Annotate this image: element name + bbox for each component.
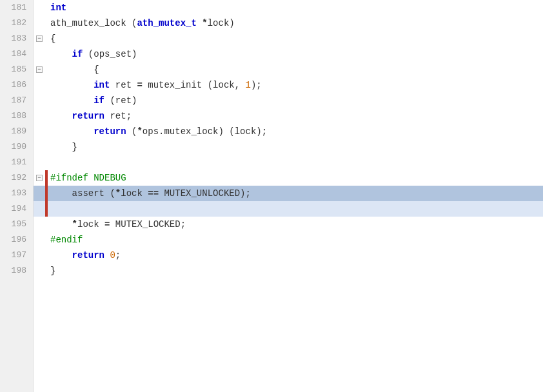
fold-gutter [34, 217, 45, 232]
code-content: #ifndef NDEBUG [48, 170, 126, 186]
code-line: if (ops_set) [34, 46, 543, 62]
fold-gutter [34, 186, 45, 201]
plain-token: mutex_init (lock, [143, 80, 246, 90]
code-content: return (*ops.mutex_lock) (lock); [48, 124, 267, 139]
code-content: *lock = MUTEX_LOCKED; [48, 217, 186, 232]
code-line: return ret; [34, 108, 543, 124]
code-line: int ret = mutex_init (lock, 1); [34, 77, 543, 93]
kw-token: int [50, 3, 66, 13]
line-number: 184 [6, 46, 26, 62]
kw-token: int [94, 80, 110, 90]
code-content: { [48, 31, 55, 46]
plain-token: ( [83, 49, 94, 59]
code-content: #endif [48, 232, 83, 248]
plain-token: ret [110, 80, 137, 90]
plain-token: ) [132, 49, 137, 59]
macro-token: NDEBUG [94, 173, 126, 183]
op-token: = [137, 80, 142, 90]
line-number: 193 [6, 186, 26, 201]
code-editor: 1811821831841851861871881891901911921931… [0, 0, 543, 392]
line-number: 189 [6, 124, 26, 139]
code-content: return ret; [48, 108, 132, 124]
op-token: * [137, 126, 142, 137]
code-content: } [48, 263, 55, 279]
code-content: ath_mutex_lock (ath_mutex_t *lock) [48, 15, 235, 31]
code-line: } [34, 263, 543, 279]
code-body[interactable]: intath_mutex_lock (ath_mutex_t *lock)−{ … [34, 0, 543, 392]
code-content: int [48, 0, 66, 15]
plain-token [50, 95, 94, 106]
fold-gutter [34, 124, 45, 139]
fold-gutter [34, 139, 45, 155]
kw-token: return [72, 111, 104, 121]
fold-gutter[interactable]: − [34, 31, 45, 46]
fold-minus-icon[interactable]: − [36, 35, 43, 42]
code-line: ath_mutex_lock (ath_mutex_t *lock) [34, 15, 543, 31]
code-line [34, 201, 543, 217]
plain-token [197, 18, 202, 28]
fold-gutter [34, 0, 45, 15]
line-number: 190 [6, 139, 26, 155]
code-line: −{ [34, 31, 543, 46]
line-number: 196 [6, 232, 26, 248]
plain-token [88, 173, 94, 183]
op-token: * [202, 18, 207, 28]
plain-token: } [50, 142, 77, 152]
op-token: == [148, 188, 159, 199]
plain-token: ops.mutex_lock) (lock); [143, 126, 267, 137]
fold-minus-icon[interactable]: − [36, 66, 43, 73]
op-token: * [115, 188, 121, 199]
plain-token [50, 219, 72, 230]
code-content: if (ops_set) [48, 46, 137, 62]
plain-token: lock [77, 219, 104, 230]
plain-token: lock) [208, 18, 235, 28]
line-number: 182 [6, 15, 26, 31]
fold-minus-icon[interactable]: − [36, 175, 43, 181]
plain-token: ( [126, 18, 137, 28]
code-line: − { [34, 62, 543, 77]
plain-token: { [50, 34, 55, 44]
macro-token: #ifndef [50, 173, 88, 183]
line-number: 185 [6, 62, 26, 77]
fold-gutter [34, 77, 45, 93]
fold-gutter [34, 248, 45, 263]
line-number: 195 [6, 217, 26, 232]
plain-token: MUTEX_LOCKED; [110, 219, 186, 230]
kw-token: if [94, 95, 104, 106]
code-line [34, 155, 543, 170]
macro-token: #endif [50, 235, 83, 245]
fold-gutter [34, 46, 45, 62]
plain-token: ret; [104, 111, 132, 121]
plain-token: ops_set [94, 49, 132, 59]
code-content: } [48, 139, 77, 155]
kw-token: return [72, 250, 104, 260]
fold-gutter [34, 263, 45, 279]
plain-token: ); [251, 80, 262, 90]
line-number: 186 [6, 77, 26, 93]
fold-gutter [34, 232, 45, 248]
fold-gutter [34, 201, 45, 217]
fold-gutter[interactable]: − [34, 62, 45, 77]
code-line: } [34, 139, 543, 155]
plain-token [50, 250, 72, 260]
line-number: 194 [6, 201, 26, 217]
code-content: if (ret) [48, 93, 137, 108]
code-line: if (ret) [34, 93, 543, 108]
line-number: 192 [6, 170, 26, 186]
code-content: { [48, 62, 99, 77]
code-line: return 0; [34, 248, 543, 263]
fold-gutter [34, 108, 45, 124]
plain-token: ; [115, 250, 121, 260]
op-token: * [72, 219, 77, 230]
line-number: 188 [6, 108, 26, 124]
kw-token: ath_mutex_t [137, 18, 196, 28]
fold-gutter[interactable]: − [34, 170, 45, 186]
line-number: 191 [6, 155, 26, 170]
plain-token [50, 126, 94, 137]
line-number-gutter: 1811821831841851861871881891901911921931… [0, 0, 34, 392]
kw-token: if [72, 49, 83, 59]
code-line: *lock = MUTEX_LOCKED; [34, 217, 543, 232]
kw-token: return [94, 126, 126, 137]
plain-token [50, 111, 72, 121]
code-content [48, 155, 50, 170]
